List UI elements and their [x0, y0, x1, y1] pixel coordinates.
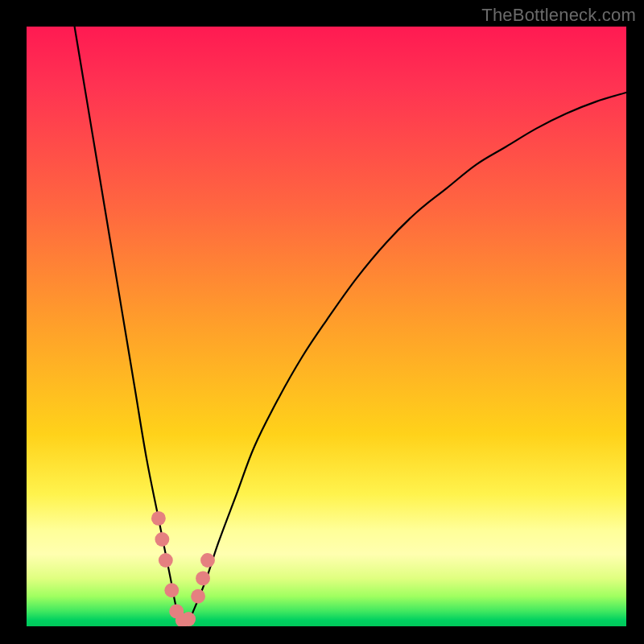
- curve-layer: [27, 27, 626, 626]
- watermark-text: TheBottleneck.com: [481, 5, 636, 26]
- marker-dot: [151, 511, 166, 526]
- marker-dot: [159, 553, 173, 568]
- marker-dot: [155, 532, 169, 547]
- marker-dot: [191, 589, 205, 604]
- marker-dot: [200, 553, 215, 568]
- marker-dot: [196, 571, 210, 585]
- chart-frame: TheBottleneck.com: [0, 0, 644, 644]
- marker-dot: [181, 612, 196, 626]
- bottleneck-curve: [75, 27, 626, 622]
- marker-dot: [164, 583, 179, 597]
- plot-area: [27, 27, 626, 626]
